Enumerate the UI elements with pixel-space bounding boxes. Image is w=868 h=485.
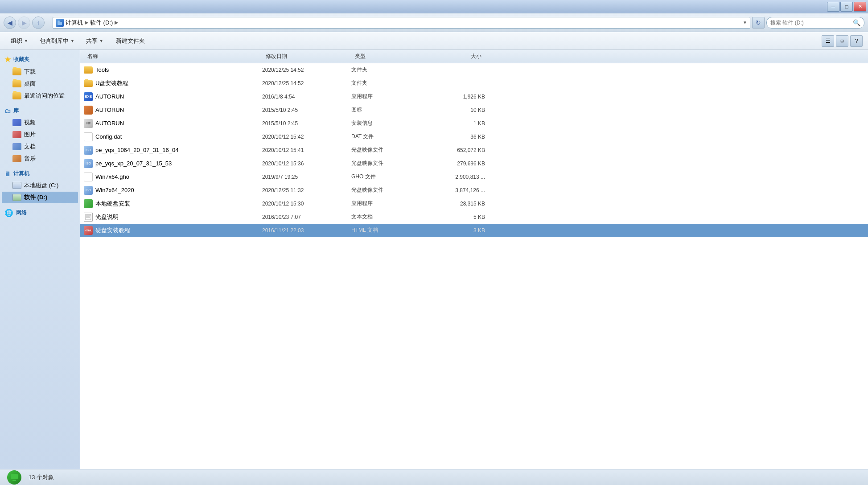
- table-row[interactable]: HTML 硬盘安装教程 2016/11/21 22:03 HTML 文档 3 K…: [80, 224, 868, 237]
- file-date: 2020/12/25 11:32: [262, 187, 351, 193]
- table-row[interactable]: Win7x64.gho 2019/9/7 19:25 GHO 文件 2,900,…: [80, 170, 868, 184]
- up-button[interactable]: ↑: [32, 16, 45, 29]
- exe-green-icon: [84, 199, 93, 208]
- sidebar-item-download-label: 下载: [24, 68, 36, 76]
- file-name-text: AUTORUN: [95, 120, 124, 127]
- breadcrumb: 计算机 ▶ 软件 (D:) ▶: [66, 19, 118, 27]
- file-name-text: 硬盘安装教程: [95, 226, 130, 234]
- table-row[interactable]: AUTORUN 2015/5/10 2:45 图标 10 KB: [80, 103, 868, 117]
- star-icon: ★: [4, 55, 11, 64]
- file-name: Win7x64.gho: [84, 173, 262, 181]
- breadcrumb-computer[interactable]: 计算机: [66, 19, 83, 27]
- search-input[interactable]: [770, 20, 851, 26]
- file-type: GHO 文件: [351, 173, 423, 181]
- view-toggle-button[interactable]: ☰: [822, 35, 834, 47]
- file-size: 2,900,813 ...: [423, 174, 485, 180]
- sidebar-favorites-header[interactable]: ★ 收藏夹: [0, 53, 80, 66]
- file-date: 2016/11/21 22:03: [262, 227, 351, 234]
- file-name: ISO Win7x64_2020: [84, 186, 262, 195]
- file-type: 应用程序: [351, 200, 423, 207]
- file-type: 文件夹: [351, 79, 423, 87]
- sidebar-item-drive-d[interactable]: 软件 (D:): [2, 192, 78, 203]
- file-size: 10 KB: [423, 107, 485, 113]
- breadcrumb-drive[interactable]: 软件 (D:): [90, 19, 113, 27]
- table-row[interactable]: ISO Win7x64_2020 2020/12/25 11:32 光盘映像文件…: [80, 184, 868, 197]
- refresh-button[interactable]: ↻: [752, 17, 765, 29]
- table-row[interactable]: U盘安装教程 2020/12/25 14:52 文件夹: [80, 77, 868, 90]
- file-date: 2016/1/8 4:54: [262, 94, 351, 100]
- close-button[interactable]: ✕: [854, 2, 866, 12]
- maximize-button[interactable]: □: [840, 2, 853, 12]
- new-folder-button[interactable]: 新建文件夹: [110, 34, 151, 48]
- minimize-button[interactable]: ─: [827, 2, 839, 12]
- help-button[interactable]: ?: [850, 35, 863, 47]
- titlebar: ─ □ ✕: [0, 0, 868, 13]
- table-row[interactable]: Tools 2020/12/25 14:52 文件夹: [80, 63, 868, 77]
- sidebar-item-desktop[interactable]: 桌面: [2, 78, 78, 90]
- search-icon[interactable]: 🔍: [853, 19, 860, 26]
- sidebar-item-drive-c[interactable]: 本地磁盘 (C:): [2, 180, 78, 191]
- file-name-text: Win7x64_2020: [95, 187, 134, 193]
- video-icon: [12, 119, 21, 126]
- sidebar-computer-header[interactable]: 🖥 计算机: [0, 168, 80, 179]
- table-row[interactable]: EXE AUTORUN 2016/1/8 4:54 应用程序 1,926 KB: [80, 90, 868, 103]
- sidebar-network-header[interactable]: 🌐 网络: [0, 207, 80, 219]
- sidebar-item-video-label: 视频: [24, 119, 36, 127]
- file-name: 本地硬盘安装: [84, 199, 262, 208]
- view-size-button[interactable]: ⊞: [836, 35, 848, 47]
- back-button[interactable]: ◀: [4, 16, 16, 29]
- column-header-modified[interactable]: 修改日期: [262, 53, 351, 60]
- exe-icon: EXE: [84, 92, 93, 101]
- include-label: 包含到库中: [40, 37, 69, 45]
- main-layout: ★ 收藏夹 下载 桌面 最近访问的位置 🗂 库: [0, 50, 868, 469]
- sidebar-library-header[interactable]: 🗂 库: [0, 105, 80, 116]
- table-row[interactable]: ISO pe_yqs_xp_20_07_31_15_53 2020/10/12 …: [80, 157, 868, 170]
- sidebar-item-pictures[interactable]: 图片: [2, 129, 78, 140]
- column-header-name[interactable]: 名称: [84, 53, 262, 60]
- drive-d-icon: [12, 194, 21, 201]
- file-name-text: AUTORUN: [95, 93, 124, 100]
- column-header-type[interactable]: 类型: [351, 53, 423, 60]
- file-size: 5 KB: [423, 214, 485, 220]
- svg-rect-6: [11, 474, 18, 479]
- share-button[interactable]: 共享 ▼: [81, 34, 109, 48]
- file-name: INF AUTORUN: [84, 119, 262, 128]
- file-size: 1,926 KB: [423, 94, 485, 100]
- sidebar: ★ 收藏夹 下载 桌面 最近访问的位置 🗂 库: [0, 50, 80, 469]
- sidebar-item-drive-c-label: 本地磁盘 (C:): [24, 181, 58, 189]
- inf-icon: INF: [84, 119, 93, 128]
- sidebar-item-video[interactable]: 视频: [2, 117, 78, 128]
- search-bar[interactable]: 🔍: [766, 17, 864, 29]
- table-row[interactable]: 光盘说明 2016/10/23 7:07 文本文档 5 KB: [80, 210, 868, 224]
- iso-icon: ISO: [84, 146, 93, 155]
- table-row[interactable]: 本地硬盘安装 2020/10/12 15:30 应用程序 28,315 KB: [80, 197, 868, 210]
- table-row[interactable]: INF AUTORUN 2015/5/10 2:45 安装信息 1 KB: [80, 117, 868, 130]
- statusbar-icon: [7, 470, 21, 485]
- file-name: Config.dat: [84, 132, 262, 141]
- iso-icon: ISO: [84, 159, 93, 168]
- file-size: 279,696 KB: [423, 160, 485, 167]
- include-button[interactable]: 包含到库中 ▼: [34, 34, 80, 48]
- table-row[interactable]: ISO pe_yqs_1064_20_07_31_16_04 2020/10/1…: [80, 144, 868, 157]
- column-header-size[interactable]: 大小: [423, 53, 485, 60]
- forward-button[interactable]: ▶: [18, 16, 30, 29]
- sidebar-item-pictures-label: 图片: [24, 131, 36, 139]
- file-date: 2020/10/12 15:36: [262, 160, 351, 167]
- music-icon: [12, 155, 21, 162]
- organize-button[interactable]: 组织 ▼: [5, 34, 33, 48]
- address-dropdown[interactable]: ▼: [743, 20, 747, 25]
- organize-arrow: ▼: [24, 39, 28, 43]
- gho-icon: [84, 173, 93, 181]
- file-name: U盘安装教程: [84, 79, 262, 87]
- sidebar-item-recent[interactable]: 最近访问的位置: [2, 90, 78, 102]
- sidebar-item-download[interactable]: 下载: [2, 66, 78, 78]
- file-name-text: U盘安装教程: [95, 79, 128, 87]
- network-icon: 🌐: [4, 209, 13, 217]
- file-type: 光盘映像文件: [351, 160, 423, 167]
- download-folder-icon: [12, 68, 21, 75]
- sidebar-item-music[interactable]: 音乐: [2, 153, 78, 164]
- sidebar-item-documents[interactable]: 文档: [2, 141, 78, 152]
- table-row[interactable]: Config.dat 2020/10/12 15:42 DAT 文件 36 KB: [80, 130, 868, 144]
- file-type: DAT 文件: [351, 133, 423, 140]
- svg-rect-2: [86, 214, 91, 220]
